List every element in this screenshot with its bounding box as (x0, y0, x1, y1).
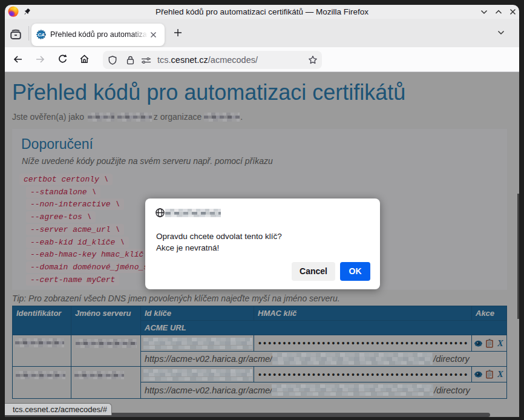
svg-text:CA: CA (38, 32, 45, 38)
